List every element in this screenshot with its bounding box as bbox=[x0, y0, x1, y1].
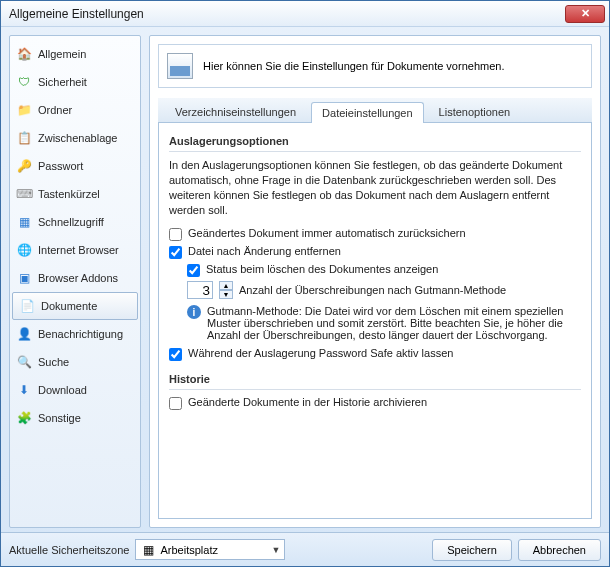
footer: Aktuelle Sicherheitszone ▦ Arbeitsplatz … bbox=[1, 532, 609, 566]
gutmann-info-text: Gutmann-Methode: Die Datei wird vor dem … bbox=[207, 305, 581, 341]
section-history-head: Historie bbox=[169, 369, 581, 390]
tab-2[interactable]: Listenoptionen bbox=[428, 101, 522, 122]
chk-remove-file[interactable]: Datei nach Änderung entfernen bbox=[169, 245, 581, 259]
tab-pane: Auslagerungsoptionen In den Auslagerungs… bbox=[158, 123, 592, 519]
sidebar-icon: ▣ bbox=[16, 270, 32, 286]
spin-buttons: ▲ ▼ bbox=[219, 281, 233, 299]
sidebar-icon: 🏠 bbox=[16, 46, 32, 62]
save-button[interactable]: Speichern bbox=[432, 539, 512, 561]
sidebar-icon: 📄 bbox=[19, 298, 35, 314]
sidebar-item-passwort[interactable]: 🔑Passwort bbox=[10, 152, 140, 180]
tab-0[interactable]: Verzeichniseinstellungen bbox=[164, 101, 307, 122]
sidebar-item-label: Ordner bbox=[38, 104, 72, 116]
sidebar-item-suche[interactable]: 🔍Suche bbox=[10, 348, 140, 376]
window-title: Allgemeine Einstellungen bbox=[9, 7, 565, 21]
sidebar-item-label: Benachrichtigung bbox=[38, 328, 123, 340]
content-panel: Hier können Sie die Einstellungen für Do… bbox=[149, 35, 601, 528]
sidebar-item-sicherheit[interactable]: 🛡Sicherheit bbox=[10, 68, 140, 96]
titlebar: Allgemeine Einstellungen ✕ bbox=[1, 1, 609, 27]
section-swap-head: Auslagerungsoptionen bbox=[169, 131, 581, 152]
sidebar-item-label: Zwischenablage bbox=[38, 132, 118, 144]
sidebar-item-label: Suche bbox=[38, 356, 69, 368]
chk-history-archive-input[interactable] bbox=[169, 397, 182, 410]
close-icon: ✕ bbox=[581, 7, 590, 20]
sidebar-item-dokumente[interactable]: 📄Dokumente bbox=[12, 292, 138, 320]
chk-keep-active-label: Während der Auslagerung Password Safe ak… bbox=[188, 347, 453, 359]
sidebar-item-label: Schnellzugriff bbox=[38, 216, 104, 228]
sidebar: 🏠Allgemein🛡Sicherheit📁Ordner📋Zwischenabl… bbox=[9, 35, 141, 528]
sidebar-item-tastenkürzel[interactable]: ⌨Tastenkürzel bbox=[10, 180, 140, 208]
sidebar-item-label: Allgemein bbox=[38, 48, 86, 60]
sidebar-item-label: Sicherheit bbox=[38, 76, 87, 88]
chk-history-archive-label: Geänderte Dokumente in der Historie arch… bbox=[188, 396, 427, 408]
sidebar-item-ordner[interactable]: 📁Ordner bbox=[10, 96, 140, 124]
chk-keep-active-input[interactable] bbox=[169, 348, 182, 361]
chk-auto-backup[interactable]: Geändertes Dokument immer automatisch zu… bbox=[169, 227, 581, 241]
sidebar-icon: 🔍 bbox=[16, 354, 32, 370]
sidebar-icon: ⌨ bbox=[16, 186, 32, 202]
sidebar-icon: 🛡 bbox=[16, 74, 32, 90]
chevron-down-icon: ▼ bbox=[272, 545, 281, 555]
sidebar-item-download[interactable]: ⬇Download bbox=[10, 376, 140, 404]
sidebar-item-label: Browser Addons bbox=[38, 272, 118, 284]
tabstrip: VerzeichniseinstellungenDateieinstellung… bbox=[158, 98, 592, 123]
chk-remove-file-input[interactable] bbox=[169, 246, 182, 259]
sidebar-item-label: Passwort bbox=[38, 160, 83, 172]
gutmann-info: i Gutmann-Methode: Die Datei wird vor de… bbox=[187, 305, 581, 341]
sidebar-item-schnellzugriff[interactable]: ▦Schnellzugriff bbox=[10, 208, 140, 236]
sidebar-icon: 👤 bbox=[16, 326, 32, 342]
sidebar-item-browser addons[interactable]: ▣Browser Addons bbox=[10, 264, 140, 292]
banner-text: Hier können Sie die Einstellungen für Do… bbox=[203, 60, 504, 72]
settings-window: Allgemeine Einstellungen ✕ 🏠Allgemein🛡Si… bbox=[0, 0, 610, 567]
chk-remove-file-label: Datei nach Änderung entfernen bbox=[188, 245, 341, 257]
chk-show-status[interactable]: Status beim löschen des Dokumentes anzei… bbox=[187, 263, 581, 277]
zone-value: Arbeitsplatz bbox=[160, 544, 217, 556]
cancel-button[interactable]: Abbrechen bbox=[518, 539, 601, 561]
sidebar-item-allgemein[interactable]: 🏠Allgemein bbox=[10, 40, 140, 68]
chk-auto-backup-label: Geändertes Dokument immer automatisch zu… bbox=[188, 227, 466, 239]
banner: Hier können Sie die Einstellungen für Do… bbox=[158, 44, 592, 88]
chk-history-archive[interactable]: Geänderte Dokumente in der Historie arch… bbox=[169, 396, 581, 410]
sidebar-item-label: Sonstige bbox=[38, 412, 81, 424]
sidebar-icon: ⬇ bbox=[16, 382, 32, 398]
chk-show-status-input[interactable] bbox=[187, 264, 200, 277]
sidebar-icon: 📋 bbox=[16, 130, 32, 146]
chk-keep-active[interactable]: Während der Auslagerung Password Safe ak… bbox=[169, 347, 581, 361]
close-button[interactable]: ✕ bbox=[565, 5, 605, 23]
zone-combo[interactable]: ▦ Arbeitsplatz ▼ bbox=[135, 539, 285, 560]
swap-description: In den Auslagerungsoptionen können Sie f… bbox=[169, 158, 581, 217]
spin-down-button[interactable]: ▼ bbox=[219, 290, 233, 299]
sidebar-icon: 🌐 bbox=[16, 242, 32, 258]
document-icon bbox=[167, 53, 193, 79]
sidebar-item-label: Internet Browser bbox=[38, 244, 119, 256]
sidebar-item-internet browser[interactable]: 🌐Internet Browser bbox=[10, 236, 140, 264]
sidebar-item-label: Dokumente bbox=[41, 300, 97, 312]
chk-auto-backup-input[interactable] bbox=[169, 228, 182, 241]
sidebar-icon: ▦ bbox=[16, 214, 32, 230]
info-icon: i bbox=[187, 305, 201, 319]
overwrite-count-label: Anzahl der Überschreibungen nach Gutmann… bbox=[239, 284, 506, 296]
chk-show-status-label: Status beim löschen des Dokumentes anzei… bbox=[206, 263, 438, 275]
sidebar-item-label: Tastenkürzel bbox=[38, 188, 100, 200]
overwrite-count-row: ▲ ▼ Anzahl der Überschreibungen nach Gut… bbox=[187, 281, 581, 299]
grid-icon: ▦ bbox=[140, 542, 156, 558]
sidebar-item-benachrichtigung[interactable]: 👤Benachrichtigung bbox=[10, 320, 140, 348]
sidebar-icon: 🔑 bbox=[16, 158, 32, 174]
zone-label: Aktuelle Sicherheitszone bbox=[9, 544, 129, 556]
overwrite-count-input[interactable] bbox=[187, 281, 213, 299]
tab-1[interactable]: Dateieinstellungen bbox=[311, 102, 424, 123]
sidebar-icon: 📁 bbox=[16, 102, 32, 118]
sidebar-item-label: Download bbox=[38, 384, 87, 396]
sidebar-item-sonstige[interactable]: 🧩Sonstige bbox=[10, 404, 140, 432]
sidebar-item-zwischenablage[interactable]: 📋Zwischenablage bbox=[10, 124, 140, 152]
spin-up-button[interactable]: ▲ bbox=[219, 281, 233, 290]
sidebar-icon: 🧩 bbox=[16, 410, 32, 426]
